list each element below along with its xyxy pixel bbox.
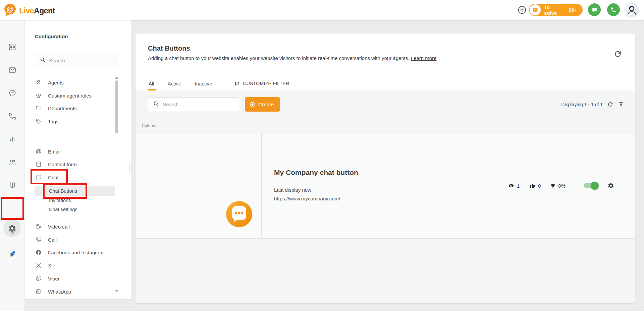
dislikes-stat: 0% (551, 183, 566, 189)
refresh-list-icon[interactable] (607, 101, 613, 108)
scrollbar-up-arrow[interactable] (115, 76, 118, 79)
sidebar-item-x[interactable]: X (35, 260, 119, 270)
chat-button-name[interactable]: My Company chat button (274, 169, 358, 177)
submenu-label: Chat settings (49, 207, 77, 212)
calls-button[interactable] (607, 3, 620, 16)
sidebar-item-label: Contact form (48, 162, 77, 167)
rocket-icon (8, 250, 17, 258)
refresh-page-icon[interactable] (613, 50, 622, 58)
tab-bar: All Active Inactive CUSTOMIZE FILTER (149, 76, 289, 90)
sidebar-item-label: Chat (48, 175, 59, 180)
tab-inactive[interactable]: Inactive (195, 76, 212, 90)
book-icon (8, 181, 16, 189)
chat-buttons-panel: Chat Buttons Adding a chat button to you… (136, 34, 635, 303)
rail-chats[interactable] (5, 86, 20, 101)
create-button[interactable]: Create (245, 97, 280, 112)
row-settings-icon[interactable] (607, 182, 614, 189)
rail-reports[interactable] (5, 132, 20, 146)
sidebar-item-label: Facebook and Instagram (48, 250, 104, 255)
create-button-label: Create (258, 102, 274, 108)
chat-button-preview[interactable] (226, 201, 253, 228)
sidebar-item-call[interactable]: Call (35, 235, 119, 245)
liveagent-bubble-icon: @ (3, 3, 17, 18)
list-area: Create Displaying 1 - 1 of 1 Column (136, 90, 635, 303)
column-divider (261, 133, 262, 238)
call-icon (35, 236, 42, 243)
sidebar-item-label: Call (48, 237, 57, 243)
sidebar-item-label: Agents (48, 80, 64, 85)
sidebar-item-tags[interactable]: Tags (35, 116, 119, 126)
envelope-icon (530, 4, 541, 15)
tab-label: Active (168, 81, 181, 86)
sidebar-item-chat[interactable]: Chat (35, 172, 119, 182)
sidebar-item-viber[interactable]: Viber (35, 273, 119, 284)
views-stat: 1 (508, 183, 520, 189)
tab-label: All (149, 81, 154, 86)
to-solve-count: 99+ (569, 7, 577, 13)
sidebar-resize-handle[interactable] (129, 162, 129, 174)
sidebar-item-facebook-instagram[interactable]: Facebook and Instagram (35, 247, 119, 257)
column-header: Column (142, 123, 157, 128)
enabled-toggle[interactable] (584, 183, 598, 188)
scrollbar-down-arrow[interactable] (115, 290, 118, 292)
tab-all[interactable]: All (149, 76, 154, 90)
heart-icon (8, 227, 16, 235)
rail-calls[interactable] (5, 109, 20, 124)
search-icon (40, 57, 46, 64)
views-count: 1 (517, 183, 520, 189)
list-search[interactable] (148, 98, 239, 111)
sidebar-item-label: WhatsApp (48, 289, 71, 295)
toggle-knob (591, 182, 599, 190)
tab-active[interactable]: Active (168, 76, 181, 90)
sidebar-item-video-call[interactable]: Video call (35, 222, 119, 232)
sidebar-item-whatsapp[interactable]: WhatsApp (35, 287, 119, 297)
chats-button[interactable] (588, 3, 601, 16)
rail-favorites[interactable] (5, 224, 20, 239)
sidebar-item-agents[interactable]: Agents (35, 77, 119, 87)
contact-form-icon (35, 161, 42, 168)
sidebar-item-custom-agent-roles[interactable]: Custom agent roles (35, 90, 119, 101)
phone-handset-icon (610, 7, 617, 13)
export-icon[interactable] (618, 101, 624, 108)
rail-knowledge-base[interactable] (5, 178, 20, 193)
sidebar-scrollbar-thumb[interactable] (115, 80, 118, 133)
liveagent-logo[interactable]: @ LiveAgent (3, 3, 55, 18)
submenu-label: Chat Buttons (49, 188, 77, 194)
thumb-down-icon (551, 183, 555, 188)
add-new-icon[interactable] (518, 5, 527, 14)
stats-icon (8, 135, 16, 143)
sidebar-item-label: X (48, 263, 51, 268)
tab-label: Inactive (195, 81, 212, 86)
sidebar-item-email[interactable]: @ Email (35, 146, 119, 157)
whatsapp-icon (35, 288, 42, 295)
sidebar-subitem-chat-buttons[interactable]: Chat Buttons (49, 186, 77, 196)
sidebar-subitem-chat-settings[interactable]: Chat settings (49, 205, 77, 214)
button-url: https://www.mycompany.com/ (274, 196, 340, 201)
list-search-input[interactable] (163, 102, 230, 107)
sidebar-search-input[interactable] (49, 58, 113, 63)
top-header: @ LiveAgent To solve 99+ (0, 0, 644, 20)
customize-filter-label: CUSTOMIZE FILTER (243, 81, 289, 86)
rail-dashboard[interactable] (5, 40, 20, 54)
avatar[interactable] (625, 3, 639, 17)
customize-filter-button[interactable]: CUSTOMIZE FILTER (233, 80, 289, 87)
rail-customers[interactable] (5, 155, 20, 170)
sidebar-item-contact-form[interactable]: Contact form (35, 159, 119, 169)
to-solve-button[interactable]: To solve 99+ (529, 4, 583, 16)
sidebar-subitem-invitations[interactable]: Invitations (49, 196, 71, 205)
likes-stat: 0 (530, 183, 541, 189)
email-icon: @ (35, 148, 42, 154)
eye-icon (508, 183, 514, 189)
sidebar-search[interactable] (35, 54, 119, 67)
svg-text:@: @ (6, 5, 13, 13)
viber-icon (35, 275, 42, 282)
rail-getting-started[interactable] (5, 247, 20, 261)
sidebar-item-departments[interactable]: Departments (35, 103, 119, 113)
sidebar-item-label: Custom agent roles (48, 93, 92, 99)
tags-icon (35, 118, 42, 125)
chat-buttons-table: My Company chat button Last display now … (136, 133, 635, 239)
phone-icon (8, 112, 16, 120)
learn-more-link[interactable]: Learn more (411, 55, 437, 61)
rail-tickets[interactable] (5, 63, 20, 77)
video-call-icon (35, 223, 42, 230)
